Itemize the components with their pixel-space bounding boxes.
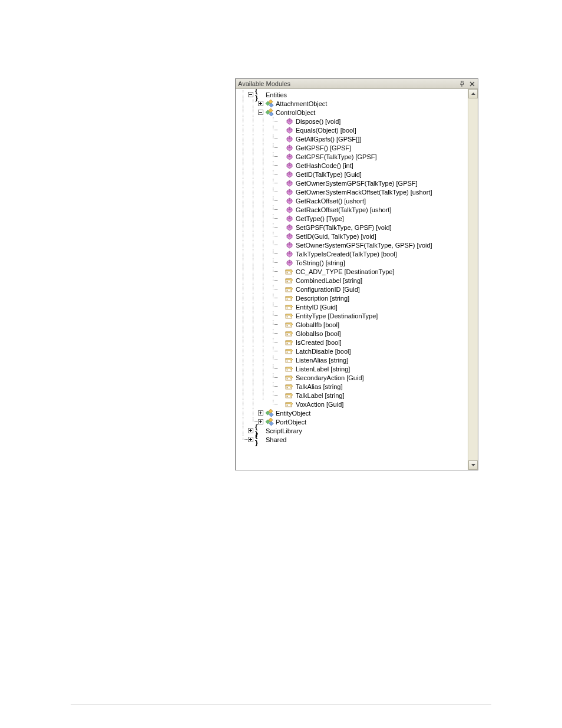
tree-node-member[interactable]: SetID(Guid, TalkType) [void]	[238, 232, 468, 241]
property-icon	[285, 391, 294, 400]
tree-item-label: EntityObject	[276, 410, 310, 417]
tree-node-entityobject[interactable]: EntityObject	[238, 409, 468, 417]
tree-node-scriptlibrary[interactable]: { }ScriptLibrary	[238, 426, 468, 435]
property-icon	[285, 276, 294, 285]
tree-item-label: ToString() [string]	[296, 259, 345, 266]
svg-point-8	[286, 272, 287, 273]
tree-node-member[interactable]: GetAllGpsfs() [GPSF[]]	[238, 134, 468, 143]
method-icon	[285, 144, 294, 152]
tree-item-label: Dispose() [void]	[296, 118, 340, 125]
tree-item-label: GetRackOffset(TalkType) [ushort]	[296, 206, 391, 213]
tree-node-member[interactable]: ListenAlias [string]	[238, 355, 468, 364]
tree-node-member[interactable]: GetOwnerSystemRackOffset(TalkType) [usho…	[238, 187, 468, 196]
tree-node-member[interactable]: GetID(TalkType) [Guid]	[238, 170, 468, 179]
tree-node-member[interactable]: GetRackOffset(TalkType) [ushort]	[238, 205, 468, 214]
tree-node-member[interactable]: CC_ADV_TYPE [DestinationType]	[238, 267, 468, 276]
tree-node-member[interactable]: GlobalIfb [bool]	[238, 320, 468, 329]
tree-node-member[interactable]: EntityID [Guid]	[238, 302, 468, 311]
tree-item-label: GlobalIfb [bool]	[296, 321, 339, 328]
tree-node-member[interactable]: GetHashCode() [int]	[238, 161, 468, 170]
method-icon	[285, 179, 294, 187]
tree-node-member[interactable]: TalkTypeIsCreated(TalkType) [bool]	[238, 249, 468, 258]
tree-expander[interactable]	[258, 410, 263, 416]
tree-node-member[interactable]: GetGPSF(TalkType) [GPSF]	[238, 152, 468, 161]
close-icon[interactable]	[468, 80, 477, 88]
tree-node-member[interactable]: IsCreated [bool]	[238, 338, 468, 347]
panel-titlebar: Available Modules	[236, 79, 478, 89]
class-icon	[265, 409, 274, 417]
tree-item-label: TalkAlias [string]	[296, 383, 342, 390]
property-icon	[285, 338, 294, 347]
tree-item-label: ListenLabel [string]	[296, 365, 350, 373]
tree-node-member[interactable]: ToString() [string]	[238, 258, 468, 267]
scroll-down-button[interactable]	[468, 460, 478, 470]
namespace-icon: { }	[254, 91, 264, 99]
tree-node-member[interactable]: LatchDisable [bool]	[238, 347, 468, 355]
module-tree[interactable]: { }Entities AttachmentObject ControlObje…	[236, 89, 468, 445]
tree-item-label: LatchDisable [bool]	[296, 348, 351, 355]
tree-item-label: GlobalIso [bool]	[296, 330, 340, 337]
tree-node-controlobject[interactable]: ControlObject	[238, 108, 468, 117]
svg-rect-2	[269, 103, 273, 107]
class-icon	[265, 100, 274, 108]
tree-node-member[interactable]: Description [string]	[238, 294, 468, 302]
svg-rect-5	[269, 112, 273, 116]
tree-node-member[interactable]: EntityType [DestinationType]	[238, 311, 468, 320]
tree-node-member[interactable]: GetRackOffset() [ushort]	[238, 196, 468, 205]
tree-item-label: GetHashCode() [int]	[296, 162, 353, 169]
tree-node-member[interactable]: ConfigurationID [Guid]	[238, 285, 468, 294]
tree-expander[interactable]	[258, 101, 263, 106]
tree-item-label: SecondaryAction [Guid]	[296, 374, 364, 381]
scroll-up-button[interactable]	[468, 89, 478, 98]
tree-node-member[interactable]: Equals(Object) [bool]	[238, 126, 468, 134]
svg-point-32	[286, 342, 287, 344]
tree-item-label: SetID(Guid, TalkType) [void]	[296, 233, 376, 240]
tree-item-label: GetOwnerSystemGPSF(TalkType) [GPSF]	[296, 180, 418, 187]
tree-node-member[interactable]: ListenLabel [string]	[238, 364, 468, 373]
tree-node-member[interactable]: TalkAlias [string]	[238, 382, 468, 391]
property-icon	[285, 294, 294, 302]
tree-node-member[interactable]: GlobalIso [bool]	[238, 329, 468, 338]
method-icon	[285, 126, 294, 134]
svg-point-35	[286, 351, 287, 353]
svg-point-17	[286, 298, 287, 299]
tree-node-member[interactable]: GetOwnerSystemGPSF(TalkType) [GPSF]	[238, 179, 468, 187]
page-rule	[71, 704, 491, 704]
tree-node-member[interactable]: SecondaryAction [Guid]	[238, 373, 468, 382]
tree-node-member[interactable]: SetGPSF(TalkType, GPSF) [void]	[238, 223, 468, 232]
method-icon	[285, 250, 294, 258]
tree-expander[interactable]	[248, 437, 253, 442]
tree-node-member[interactable]: SetOwnerSystemGPSF(TalkType, GPSF) [void…	[238, 241, 468, 249]
tree-expander[interactable]	[258, 419, 263, 424]
svg-rect-59	[269, 421, 273, 426]
tree-expander[interactable]	[258, 110, 263, 115]
tree-node-entities[interactable]: { }Entities	[238, 90, 468, 99]
svg-point-14	[286, 289, 287, 291]
tree-node-member[interactable]: VoxAction [Guid]	[238, 400, 468, 409]
panel-controls	[458, 80, 477, 88]
tree-node-portobject[interactable]: PortObject	[238, 417, 468, 426]
tree-node-member[interactable]: GetType() [Type]	[238, 214, 468, 223]
pin-icon[interactable]	[458, 80, 467, 88]
tree-node-member[interactable]: GetGPSF() [GPSF]	[238, 143, 468, 152]
tree-node-attachmentobject[interactable]: AttachmentObject	[238, 99, 468, 108]
tree-expander[interactable]	[248, 92, 253, 97]
svg-rect-56	[269, 413, 273, 417]
tree-expander[interactable]	[248, 428, 253, 433]
vertical-scrollbar[interactable]	[468, 89, 478, 470]
method-icon	[285, 241, 294, 249]
tree-node-member[interactable]: TalkLabel [string]	[238, 391, 468, 400]
svg-point-38	[286, 360, 287, 361]
tree-item-label: Entities	[266, 91, 287, 98]
tree-item-label: GetGPSF() [GPSF]	[296, 144, 351, 151]
tree-node-shared[interactable]: { }Shared	[238, 435, 468, 444]
tree-item-label: ListenAlias [string]	[296, 357, 348, 364]
property-icon	[285, 321, 294, 329]
tree-item-label: GetType() [Type]	[296, 215, 344, 222]
tree-node-member[interactable]: Dispose() [void]	[238, 117, 468, 126]
method-icon	[285, 153, 294, 161]
svg-point-53	[286, 404, 287, 406]
tree-item-label: GetOwnerSystemRackOffset(TalkType) [usho…	[296, 189, 432, 196]
tree-item-label: Equals(Object) [bool]	[296, 127, 356, 134]
tree-node-member[interactable]: CombinedLabel [string]	[238, 276, 468, 285]
